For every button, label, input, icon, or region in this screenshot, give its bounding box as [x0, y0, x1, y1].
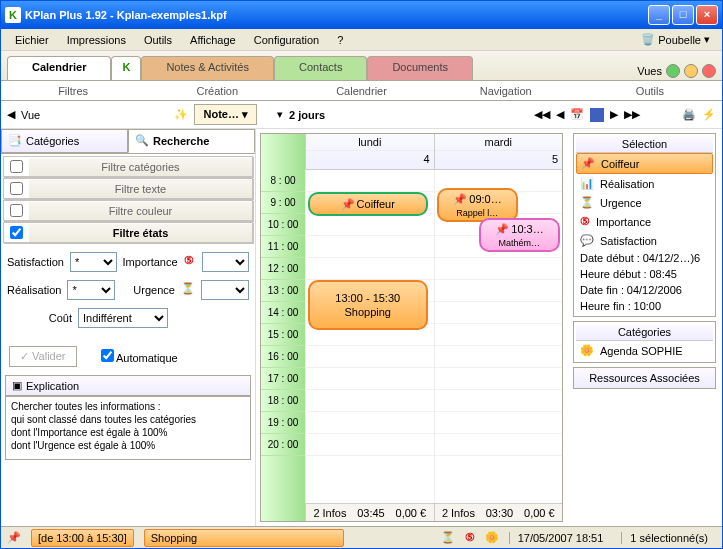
time-slot[interactable]: [435, 280, 563, 302]
time-slot[interactable]: [435, 346, 563, 368]
vue-green-button[interactable]: [666, 64, 680, 78]
ressources-button[interactable]: Ressources Associées: [573, 367, 716, 389]
minimize-button[interactable]: _: [648, 5, 670, 25]
filter-categories-label[interactable]: Filtre catégories: [29, 158, 252, 176]
event-coiffeur[interactable]: 📌 Coiffeur: [308, 192, 428, 216]
hour-slot: 19 : 00: [261, 412, 305, 434]
search-icon: 🔍: [135, 134, 149, 148]
day-column-lundi[interactable]: 📌 Coiffeur 13:00 - 15:30 Shopping: [305, 170, 434, 503]
tab-categories[interactable]: 📑 Catégories: [1, 129, 128, 153]
tab-contacts[interactable]: Contacts: [274, 56, 367, 80]
auto-checkbox-label[interactable]: Automatique: [101, 349, 178, 364]
subheader: Filtres Création Calendrier Navigation O…: [1, 81, 722, 101]
period-prev-icon[interactable]: ▾: [277, 108, 283, 121]
tab-documents[interactable]: Documents: [367, 56, 473, 80]
day-header-mardi[interactable]: mardi 5: [434, 134, 563, 170]
refresh-icon[interactable]: ⚡: [702, 108, 716, 122]
sel-satisfaction[interactable]: 💬Satisfaction: [576, 231, 713, 250]
time-slot[interactable]: [435, 258, 563, 280]
event-rappel[interactable]: 📌 09:0… Rappel l…: [437, 188, 519, 222]
filter-etats-row: Filtre états: [3, 222, 253, 243]
period-label[interactable]: 2 jours: [289, 109, 325, 121]
nav-next-icon[interactable]: ▶: [610, 108, 618, 121]
filter-etats-label[interactable]: Filtre états: [29, 224, 252, 242]
close-button[interactable]: ×: [696, 5, 718, 25]
maximize-button[interactable]: □: [672, 5, 694, 25]
sel-importance[interactable]: ⑤Importance: [576, 212, 713, 231]
time-slot[interactable]: [306, 170, 434, 192]
left-panel: 📑 Catégories 🔍 Recherche Filtre catégori…: [1, 129, 256, 526]
crit-realisation-label: Réalisation: [7, 284, 61, 296]
calendar-grid-icon[interactable]: [590, 108, 604, 122]
crit-urgence-select[interactable]: [201, 280, 249, 300]
prev-icon[interactable]: ◀: [7, 108, 15, 121]
day-column-mardi[interactable]: 📌 09:0… Rappel l… 📌 10:3… Mathém…: [434, 170, 563, 503]
subhdr-navigation: Navigation: [434, 85, 578, 97]
trash-button[interactable]: 🗑️ Poubelle ▾: [635, 31, 716, 49]
filter-etats-checkbox[interactable]: [10, 226, 23, 239]
time-slot[interactable]: [306, 412, 434, 434]
time-slot[interactable]: [306, 214, 434, 236]
filter-categories-checkbox[interactable]: [10, 160, 23, 173]
event-shopping[interactable]: 13:00 - 15:30 Shopping: [308, 280, 428, 330]
time-slot[interactable]: [435, 302, 563, 324]
cat-agenda[interactable]: 🌼Agenda SOPHIE: [576, 341, 713, 360]
tab-notes[interactable]: Notes & Activités: [141, 56, 274, 80]
sel-urgence[interactable]: ⏳Urgence: [576, 193, 713, 212]
nav-last-icon[interactable]: ▶▶: [624, 108, 640, 121]
menu-help[interactable]: ?: [329, 32, 351, 48]
vue-red-button[interactable]: [702, 64, 716, 78]
sel-realisation[interactable]: 📊Réalisation: [576, 174, 713, 193]
time-slot[interactable]: [306, 434, 434, 456]
crit-importance-label: Importance: [123, 256, 178, 268]
crit-realisation-select[interactable]: *: [67, 280, 115, 300]
time-slot[interactable]: [435, 412, 563, 434]
pin-icon: 📌: [453, 193, 467, 205]
valider-button[interactable]: ✓ Valider: [9, 346, 77, 367]
crit-satisfaction-select[interactable]: *: [70, 252, 117, 272]
menu-outils[interactable]: Outils: [136, 32, 180, 48]
time-slot[interactable]: [435, 434, 563, 456]
tab-calendrier[interactable]: Calendrier: [7, 56, 111, 80]
note-button[interactable]: Note… ▾: [194, 104, 257, 125]
time-slot[interactable]: [306, 390, 434, 412]
calendar-footer: 2 Infos 03:45 0,00 € 2 Infos 03:30 0,00 …: [305, 503, 562, 521]
nav-prev-icon[interactable]: ◀: [556, 108, 564, 121]
nav-first-icon[interactable]: ◀◀: [534, 108, 550, 121]
menu-affichage[interactable]: Affichage: [182, 32, 244, 48]
print-icon[interactable]: 🖨️: [682, 108, 696, 122]
menu-configuration[interactable]: Configuration: [246, 32, 327, 48]
time-slot[interactable]: [306, 236, 434, 258]
tab-recherche[interactable]: 🔍 Recherche: [128, 129, 255, 153]
sel-coiffeur[interactable]: 📌Coiffeur: [576, 153, 713, 174]
hour-slot: 17 : 00: [261, 368, 305, 390]
time-slot[interactable]: [435, 368, 563, 390]
expand-icon: ▣: [12, 379, 22, 392]
explication-header[interactable]: ▣Explication: [5, 375, 251, 396]
pin-icon: 📌: [341, 198, 355, 211]
filter-couleur-label[interactable]: Filtre couleur: [29, 202, 252, 220]
time-slot[interactable]: [306, 368, 434, 390]
tab-kplan[interactable]: K: [111, 56, 141, 80]
wand-icon[interactable]: ✨: [174, 108, 188, 122]
today-icon[interactable]: 📅: [570, 108, 584, 122]
event-math[interactable]: 📌 10:3… Mathém…: [479, 218, 561, 252]
menu-impressions[interactable]: Impressions: [59, 32, 134, 48]
crit-importance-select[interactable]: [202, 252, 249, 272]
explication-text: Chercher toutes les informations : qui s…: [5, 396, 251, 460]
auto-checkbox[interactable]: [101, 349, 114, 362]
filter-texte-label[interactable]: Filtre texte: [29, 180, 252, 198]
filter-couleur-checkbox[interactable]: [10, 204, 23, 217]
time-slot[interactable]: [435, 324, 563, 346]
time-slot[interactable]: [435, 390, 563, 412]
hour-slot: 20 : 00: [261, 434, 305, 456]
time-slot[interactable]: [306, 346, 434, 368]
vue-orange-button[interactable]: [684, 64, 698, 78]
day-header-lundi[interactable]: lundi 4: [305, 134, 434, 170]
menu-fichier[interactable]: Eichier: [7, 32, 57, 48]
crit-cout-select[interactable]: Indifférent: [78, 308, 168, 328]
filter-texte-checkbox[interactable]: [10, 182, 23, 195]
subhdr-calendrier: Calendrier: [289, 85, 433, 97]
vues-label: Vues: [637, 65, 662, 77]
time-slot[interactable]: [306, 258, 434, 280]
